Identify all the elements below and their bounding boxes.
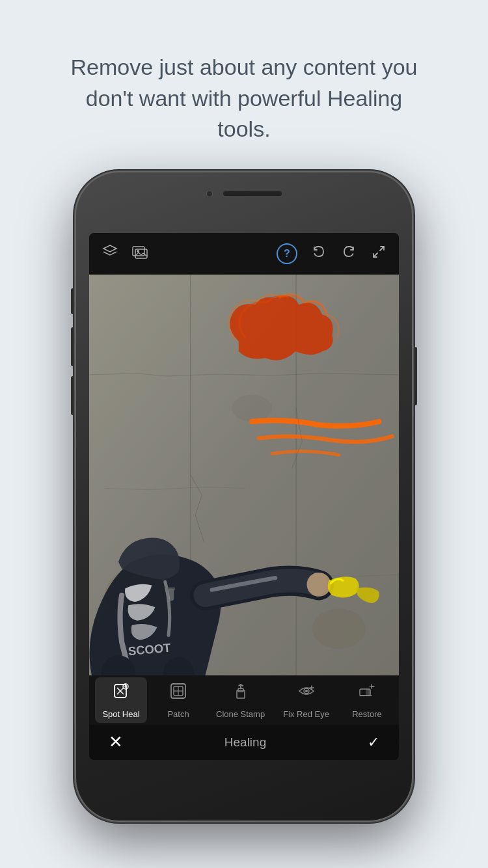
toolbar-left <box>101 243 149 265</box>
patch-icon <box>169 681 188 705</box>
phone-mockup: ? <box>75 171 413 822</box>
svg-rect-18 <box>167 587 175 590</box>
fix-red-eye-label: Fix Red Eye <box>283 709 329 719</box>
restore-label: Restore <box>352 709 382 719</box>
svg-point-35 <box>305 690 308 692</box>
svg-point-11 <box>312 608 366 649</box>
clone-stamp-icon <box>231 681 251 705</box>
patch-tool[interactable]: Patch <box>152 677 204 723</box>
phone-top-bar <box>206 191 282 197</box>
headline-text: Remove just about any content you don't … <box>23 52 465 145</box>
speaker-bar <box>223 191 282 196</box>
power-button <box>413 347 417 405</box>
spot-heal-icon <box>111 681 131 705</box>
fix-red-eye-icon <box>297 681 316 705</box>
undo-button[interactable] <box>310 243 327 264</box>
help-button[interactable]: ? <box>277 243 297 264</box>
bottom-toolbar: Spot Heal Patch <box>89 675 399 760</box>
redo-button[interactable] <box>340 243 357 264</box>
fix-red-eye-tool[interactable]: Fix Red Eye <box>277 677 336 723</box>
expand-button[interactable] <box>370 243 387 264</box>
phone-screen: ? <box>89 233 399 760</box>
layers-icon[interactable] <box>101 243 119 265</box>
spot-heal-label: Spot Heal <box>102 709 139 719</box>
restore-tool[interactable]: Restore <box>341 677 393 723</box>
confirm-button[interactable]: ✓ <box>368 734 379 751</box>
tools-row: Spot Heal Patch <box>89 675 399 725</box>
svg-marker-0 <box>103 245 116 252</box>
mode-title: Healing <box>224 735 266 750</box>
help-icon-label: ? <box>284 248 290 260</box>
camera-dot <box>206 191 213 197</box>
cancel-button[interactable]: ✕ <box>109 732 123 752</box>
patch-label: Patch <box>167 709 189 719</box>
clone-stamp-label: Clone Stamp <box>216 709 265 719</box>
images-icon[interactable] <box>131 243 149 265</box>
bottom-action-bar: ✕ Healing ✓ <box>89 725 399 760</box>
svg-point-12 <box>232 395 273 422</box>
clone-stamp-tool[interactable]: Clone Stamp <box>210 677 271 723</box>
restore-icon <box>357 681 377 705</box>
toolbar-right: ? <box>277 243 387 264</box>
svg-point-13 <box>307 573 331 597</box>
phone-shell: ? <box>75 171 413 822</box>
svg-point-3 <box>137 250 139 252</box>
svg-rect-39 <box>366 689 370 696</box>
main-image-area[interactable]: SCOOT <box>89 275 399 675</box>
app-toolbar: ? <box>89 233 399 275</box>
spot-heal-tool[interactable]: Spot Heal <box>95 677 147 723</box>
